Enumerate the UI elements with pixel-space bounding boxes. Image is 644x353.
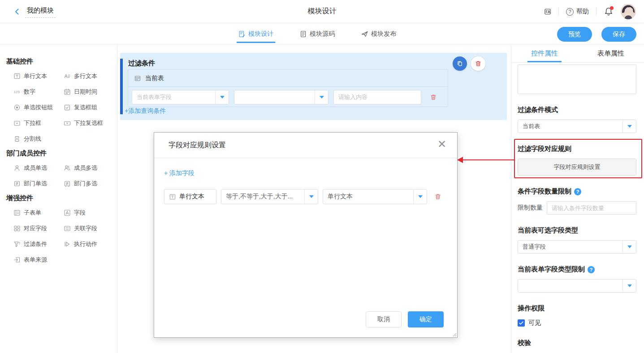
- module-name[interactable]: 我的模块: [25, 5, 56, 18]
- widget-radio-group[interactable]: 单选按钮组: [13, 103, 64, 112]
- widget-label: 子表单: [24, 209, 41, 217]
- widget-mapped-field[interactable]: 对应字段: [13, 224, 64, 232]
- mapping-rule-settings-button[interactable]: 字段对应规则设置: [518, 159, 636, 176]
- widget-checkbox-group[interactable]: 复选框组: [64, 103, 114, 112]
- condition-row: 当前表单字段: [128, 87, 448, 107]
- widget-dept-multi[interactable]: 部门多选: [64, 180, 114, 188]
- widget-select[interactable]: 下拉框: [13, 119, 64, 127]
- widget-member-single[interactable]: 成员单选: [13, 164, 64, 172]
- source-field-chip[interactable]: 单行文本: [164, 189, 216, 204]
- filter-mode-select[interactable]: 当前表: [518, 120, 636, 133]
- widget-related-field[interactable]: 关联字段: [64, 224, 114, 232]
- selectable-type-label: 当前表可选字段类型: [518, 226, 636, 235]
- selectable-type-group: 当前表可选字段类型 普通字段: [518, 226, 636, 254]
- field-icon: [64, 209, 71, 216]
- checkbox-checked-icon[interactable]: [518, 319, 525, 327]
- preview-button[interactable]: 预览: [557, 27, 592, 42]
- field-select[interactable]: 当前表单字段: [132, 90, 229, 104]
- limit-count-field-label: 限制数量: [518, 204, 543, 212]
- avatar[interactable]: [621, 4, 636, 19]
- widget-multi-line-text[interactable]: 多行文本: [64, 72, 114, 80]
- selectable-type-select[interactable]: 普通字段: [518, 240, 636, 254]
- notification-bell-button[interactable]: [604, 7, 614, 17]
- caret-box: [215, 90, 229, 104]
- delete-condition-button[interactable]: [430, 94, 437, 101]
- widget-label: 多行文本: [74, 72, 97, 80]
- visible-checkbox-row[interactable]: 可见: [518, 319, 636, 327]
- help-circle-icon[interactable]: ?: [574, 188, 581, 195]
- widget-multi-select[interactable]: 下拉复选框: [64, 119, 114, 127]
- resize-gripper[interactable]: [451, 331, 457, 337]
- tab-widget-properties[interactable]: 控件属性: [511, 45, 578, 62]
- field-select-placeholder: 当前表单字段: [132, 93, 215, 101]
- widget-label: 表单来源: [24, 256, 47, 264]
- cancel-button[interactable]: 取消: [366, 311, 402, 327]
- mapping-rule-group: 过滤字段对应规则 字段对应规则设置: [518, 145, 636, 176]
- validation-group: 校验 必填: [518, 339, 636, 353]
- related-field-icon: [64, 225, 71, 232]
- widget-label: 字段: [74, 209, 86, 217]
- value-input[interactable]: [333, 90, 421, 104]
- trash-icon: [475, 60, 482, 67]
- widget-form-source[interactable]: 表单来源: [13, 256, 64, 264]
- widget-name-box[interactable]: [518, 65, 636, 94]
- widget-subform[interactable]: 子表单: [13, 209, 64, 217]
- widget-number[interactable]: 123 数字: [13, 88, 64, 96]
- help-circle-icon[interactable]: ?: [588, 266, 595, 273]
- target-field-select[interactable]: 单行文本: [323, 189, 427, 204]
- widget-label: 关联字段: [74, 224, 97, 232]
- operator-select[interactable]: [234, 90, 328, 104]
- caret-box: [315, 90, 328, 104]
- widget-label: 部门单选: [24, 180, 47, 188]
- widget-dept-single[interactable]: 部门单选: [13, 180, 64, 188]
- add-query-condition-link[interactable]: +添加查询条件: [125, 107, 166, 115]
- selectable-type-value: 普通字段: [518, 243, 622, 251]
- chevron-down-icon: [220, 96, 225, 99]
- member-multi-icon: [64, 164, 71, 172]
- section-title-members: 部门成员控件: [6, 149, 117, 158]
- chevron-left-icon: [13, 8, 21, 15]
- limit-count-input[interactable]: [547, 201, 636, 215]
- tab-module-source[interactable]: 模块源码: [298, 24, 337, 44]
- widget-divider[interactable]: 分割线: [13, 135, 64, 143]
- tab-module-design[interactable]: 模块设计: [236, 24, 275, 44]
- widget-field[interactable]: 字段: [64, 209, 114, 217]
- chevron-down-icon: [309, 195, 314, 198]
- radio-group-icon: [13, 104, 21, 111]
- widget-filter-condition[interactable]: 过滤条件: [13, 240, 64, 248]
- field-type-limit-select[interactable]: [518, 279, 636, 293]
- basic-widgets-grid: 单行文本 多行文本 123 数字 日期时间 单选按钮组 复选框组: [6, 72, 117, 143]
- widget-label: 单选按钮组: [24, 103, 53, 112]
- select-icon: [13, 120, 21, 127]
- filter-condition-widget[interactable]: 过滤条件 当前表 当前表单字段: [120, 53, 507, 120]
- subform-icon: [13, 209, 21, 216]
- delete-widget-button[interactable]: [471, 56, 485, 71]
- chevron-down-icon: [418, 195, 423, 198]
- confirm-button[interactable]: 确定: [408, 311, 444, 327]
- help-button[interactable]: ? 帮助: [566, 8, 589, 16]
- active-tab-underline: [236, 42, 275, 43]
- current-table-label: 当前表: [145, 74, 164, 82]
- chevron-down-icon: [627, 125, 632, 128]
- language-icon[interactable]: [544, 7, 551, 17]
- save-button[interactable]: 保存: [601, 27, 636, 42]
- properties-tabs: 控件属性 表单属性: [511, 45, 644, 63]
- add-field-link[interactable]: + 添加字段: [164, 169, 194, 177]
- avatar-image: [621, 4, 636, 19]
- delete-rule-button[interactable]: [434, 193, 441, 200]
- widget-datetime[interactable]: 日期时间: [64, 88, 114, 96]
- widget-label: 下拉框: [24, 119, 41, 127]
- chevron-down-icon: [627, 284, 632, 287]
- tab-form-properties[interactable]: 表单属性: [578, 45, 644, 62]
- multi-select-icon: [64, 120, 71, 127]
- operator-multi-select[interactable]: 等于,不等于,大于,大于...: [221, 189, 318, 204]
- widget-member-multi[interactable]: 成员多选: [64, 164, 114, 172]
- widget-action[interactable]: 执行动作: [64, 240, 114, 248]
- close-icon[interactable]: ✕: [437, 139, 446, 150]
- tab-module-publish[interactable]: 模块发布: [359, 24, 398, 44]
- back-button[interactable]: [13, 7, 22, 16]
- tab-label: 控件属性: [531, 49, 558, 58]
- copy-widget-button[interactable]: [453, 56, 467, 71]
- widget-single-line-text[interactable]: 单行文本: [13, 72, 64, 80]
- copy-icon: [456, 60, 463, 67]
